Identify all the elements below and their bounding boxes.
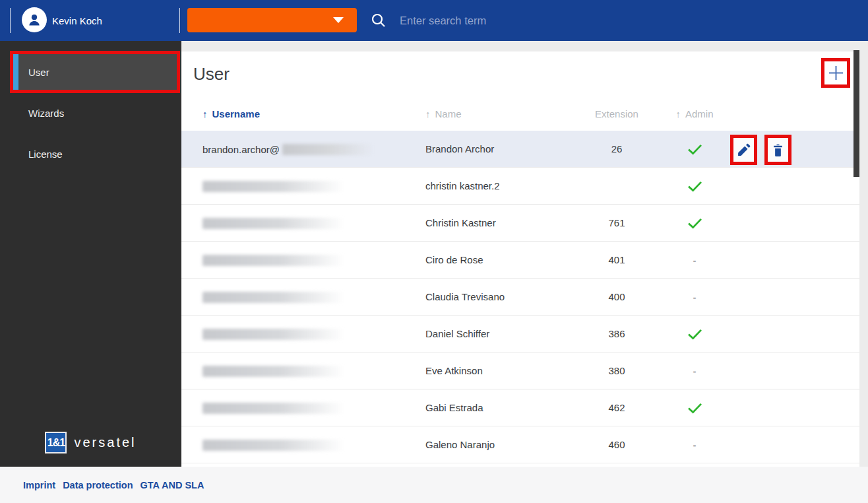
sidebar-item-label: User xyxy=(28,67,49,78)
admin-cell: - xyxy=(668,352,721,389)
sort-arrow-icon: ↑ xyxy=(675,108,681,119)
column-header-extension: Extension xyxy=(590,98,643,131)
sort-arrow-icon: ↑ xyxy=(202,108,208,119)
username-redaction-blur xyxy=(202,329,344,340)
admin-cell: - xyxy=(668,426,721,463)
username-cell xyxy=(202,279,344,316)
admin-check-icon xyxy=(687,144,702,155)
admin-cell xyxy=(668,131,721,168)
column-label: Admin xyxy=(685,108,714,119)
admin-cell: - xyxy=(668,279,721,316)
admin-cell xyxy=(668,168,721,205)
logged-in-user-name: Kevin Koch xyxy=(52,0,102,41)
extension-cell: 460 xyxy=(590,426,643,463)
admin-cell: - xyxy=(668,242,721,279)
username-cell: brandon.archor@ xyxy=(202,131,373,168)
table-row[interactable]: Christin Kastner 761 xyxy=(181,205,859,242)
column-label: Username xyxy=(212,108,261,119)
table-row[interactable]: christin kastner.2 xyxy=(181,168,859,205)
topbar: Kevin Koch xyxy=(0,0,868,41)
footer: Imprint Data protection GTA AND SLA xyxy=(0,467,868,503)
column-label: Extension xyxy=(595,108,638,119)
footer-link-imprint[interactable]: Imprint xyxy=(23,480,55,490)
admin-dash: - xyxy=(693,292,697,303)
admin-cell xyxy=(668,205,721,242)
extension-cell: 26 xyxy=(590,131,643,168)
sidebar-item-label: Wizards xyxy=(28,108,64,119)
username-text: brandon.archor@ xyxy=(202,144,280,155)
username-cell xyxy=(202,426,344,463)
username-redaction-blur xyxy=(202,218,344,229)
content-card: User ↑Username ↑Name Extension ↑Admin br… xyxy=(181,51,859,467)
table-row[interactable]: brandon.archor@ Brandon Archor 26 xyxy=(181,131,859,168)
name-cell: Eve Atkinson xyxy=(425,352,483,389)
extension-cell: 400 xyxy=(590,279,643,316)
extension-cell: 386 xyxy=(590,316,643,352)
footer-link-data-protection[interactable]: Data protection xyxy=(63,480,133,490)
admin-dash: - xyxy=(693,255,697,266)
admin-check-icon xyxy=(687,181,702,192)
user-avatar-icon xyxy=(26,12,42,28)
column-label: Name xyxy=(435,108,462,119)
extension-cell: 380 xyxy=(590,352,643,389)
name-cell: Daniel Schiffer xyxy=(425,316,489,352)
edit-button[interactable] xyxy=(733,138,754,162)
username-redaction-blur xyxy=(282,144,373,155)
table-row[interactable]: Daniel Schiffer 386 xyxy=(181,316,859,352)
table-row[interactable]: Ciro de Rose 401 - xyxy=(181,242,859,279)
extension-cell: 401 xyxy=(590,242,643,279)
sidebar-item-label: License xyxy=(28,149,63,160)
org-selector-dropdown[interactable] xyxy=(187,8,357,32)
annotation-highlight-add-button xyxy=(821,58,850,88)
logo-versatel-text: versatel xyxy=(74,435,136,450)
sidebar-item-wizards[interactable]: Wizards xyxy=(0,92,181,133)
search-icon[interactable] xyxy=(371,13,387,28)
username-redaction-blur xyxy=(202,440,344,451)
name-cell: Ciro de Rose xyxy=(425,242,483,279)
admin-cell xyxy=(668,316,721,352)
table-header: ↑Username ↑Name Extension ↑Admin xyxy=(181,98,859,131)
username-redaction-blur xyxy=(202,292,344,303)
column-header-admin[interactable]: ↑Admin xyxy=(668,98,721,131)
username-cell xyxy=(202,352,344,389)
table-row[interactable]: Claudia Trevisano 400 - xyxy=(181,279,859,316)
name-cell: christin kastner.2 xyxy=(425,168,500,205)
delete-button[interactable] xyxy=(768,138,788,162)
scrollbar-thumb[interactable] xyxy=(853,50,859,177)
sidebar-item-user[interactable]: User xyxy=(13,54,177,90)
search-input[interactable] xyxy=(398,9,675,32)
topbar-divider xyxy=(10,8,11,33)
topbar-divider xyxy=(179,8,180,33)
username-redaction-blur xyxy=(202,366,344,377)
table-body: brandon.archor@ Brandon Archor 26 xyxy=(181,131,859,463)
annotation-highlight-edit-button xyxy=(730,135,757,165)
sidebar: User Wizards License 1&1 versatel xyxy=(0,41,181,467)
trash-icon xyxy=(772,143,784,157)
sidebar-item-license[interactable]: License xyxy=(0,133,181,174)
username-redaction-blur xyxy=(202,403,344,414)
username-redaction-blur xyxy=(202,255,344,266)
admin-dash: - xyxy=(693,440,697,451)
username-cell xyxy=(202,242,344,279)
username-cell xyxy=(202,168,344,205)
username-cell xyxy=(202,389,344,426)
name-cell: Brandon Archor xyxy=(425,131,494,168)
add-user-button[interactable] xyxy=(824,61,847,84)
username-redaction-blur xyxy=(202,181,344,192)
admin-dash: - xyxy=(693,366,697,377)
table-row[interactable]: Galeno Naranjo 460 - xyxy=(181,426,859,463)
column-header-username[interactable]: ↑Username xyxy=(202,98,260,131)
brand-logo: 1&1 versatel xyxy=(0,432,181,453)
table-row[interactable]: Eve Atkinson 380 - xyxy=(181,352,859,389)
name-cell: Gabi Estrada xyxy=(425,389,483,426)
name-cell: Galeno Naranjo xyxy=(425,426,495,463)
footer-link-gta-and-sla[interactable]: GTA AND SLA xyxy=(140,480,204,490)
logo-1and1-box: 1&1 xyxy=(45,432,67,453)
user-menu-button[interactable] xyxy=(22,7,47,32)
name-cell: Christin Kastner xyxy=(425,205,496,242)
sort-arrow-icon: ↑ xyxy=(425,108,431,119)
column-header-name[interactable]: ↑Name xyxy=(425,98,462,131)
plus-icon xyxy=(827,64,845,82)
admin-check-icon xyxy=(687,218,702,229)
table-row[interactable]: Gabi Estrada 462 xyxy=(181,389,859,426)
